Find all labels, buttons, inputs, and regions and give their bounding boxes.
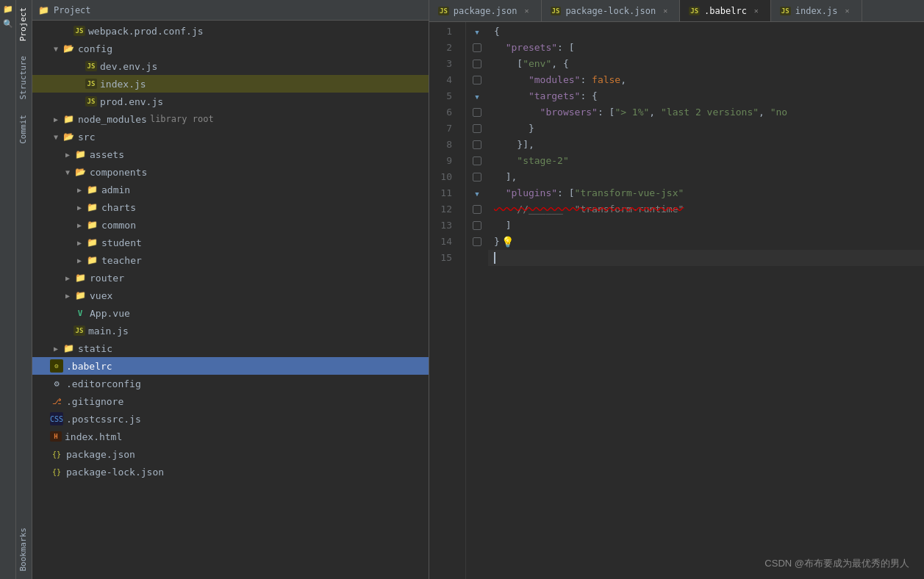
tree-item-vuex[interactable]: ▶📁vuex <box>32 287 429 304</box>
tree-item-components[interactable]: ▼📂components <box>32 163 429 181</box>
tab-bar: JS package.json ✕ JS package-lock.json ✕… <box>429 0 924 22</box>
line-number-15: 15 <box>429 250 458 266</box>
fold-open-icon[interactable] <box>475 28 479 36</box>
token: "transform-vue-jsx" <box>575 185 684 201</box>
gutter-12[interactable] <box>466 201 488 217</box>
tree-item-static[interactable]: ▶📁static <box>32 339 429 357</box>
code-line-6: "browsers": ["> 1%", "last 2 versions", … <box>488 104 924 121</box>
tree-item-node_modules[interactable]: ▶📁node_moduleslibrary root <box>32 110 429 128</box>
tree-item-editorconfig[interactable]: ⚙.editorconfig <box>32 375 429 392</box>
editor-area: JS package.json ✕ JS package-lock.json ✕… <box>429 0 924 579</box>
tree-label-node_modules: node_modules <box>78 114 147 125</box>
tree-label-components: components <box>90 167 147 178</box>
tree-item-postcssrc[interactable]: CSS.postcssrc.js <box>32 410 429 428</box>
tree-item-assets[interactable]: ▶📁assets <box>32 145 429 163</box>
tree-item-student[interactable]: ▶📁student <box>32 234 429 251</box>
sidebar-icon-search[interactable]: 🔍 <box>2 18 14 29</box>
tree-item-package-json[interactable]: {}package.json <box>32 445 429 463</box>
tab-icon-package-json: JS <box>438 7 449 15</box>
code-line-2: "presets": [ <box>488 40 924 56</box>
tree-item-main-js[interactable]: JSmain.js <box>32 322 429 339</box>
tree-item-index-html[interactable]: Hindex.html <box>32 428 429 445</box>
sidebar-label-bookmarks[interactable]: Bookmarks <box>16 520 32 579</box>
tree-label-app-vue: App.vue <box>90 308 130 319</box>
token: "no <box>770 104 787 121</box>
tree-item-gitignore[interactable]: ⎇.gitignore <box>32 392 429 410</box>
tree-arrow-router[interactable]: ▶ <box>62 274 74 282</box>
tab-close-index-js[interactable]: ✕ <box>842 6 853 16</box>
gutter-3[interactable] <box>466 56 488 72</box>
tab-close-package-lock-json[interactable]: ✕ <box>660 6 670 16</box>
token: : <box>580 88 592 104</box>
gutter-11[interactable] <box>466 185 488 201</box>
tree-item-index-js[interactable]: JSindex.js <box>32 75 429 93</box>
tree-arrow-vuex[interactable]: ▶ <box>62 292 74 300</box>
line-number-5: 5 <box>429 88 458 104</box>
gutter-1[interactable] <box>466 24 488 40</box>
sidebar-label-project[interactable]: Project <box>16 0 32 48</box>
tree-item-config[interactable]: ▼📂config <box>32 40 429 57</box>
tree-arrow-teacher[interactable]: ▶ <box>74 256 85 265</box>
gutter-13[interactable] <box>466 217 488 234</box>
gutter-5[interactable] <box>466 88 488 104</box>
gutter-2[interactable] <box>466 40 488 56</box>
tree-item-teacher[interactable]: ▶📁teacher <box>32 251 429 269</box>
fold-icon <box>473 237 481 246</box>
gutter-7[interactable] <box>466 121 488 137</box>
file-tree-panel: 📁 Project JSwebpack.prod.conf.js▼📂config… <box>32 0 429 579</box>
tree-item-prod-env[interactable]: JSprod.env.js <box>32 93 429 110</box>
tab-index-js[interactable]: JS index.js ✕ <box>771 0 862 21</box>
tree-item-dev-env[interactable]: JSdev.env.js <box>32 57 429 75</box>
line-number-9: 9 <box>429 153 458 169</box>
tree-item-webpack-prod[interactable]: JSwebpack.prod.conf.js <box>32 22 429 40</box>
activity-bar: 📁 🔍 <box>0 0 16 579</box>
fold-open-icon[interactable] <box>475 190 479 198</box>
code-content[interactable]: { "presets": [ ["env", { "modules": fals… <box>488 22 924 579</box>
tree-arrow-components[interactable]: ▼ <box>62 168 74 176</box>
tab-close-package-json[interactable]: ✕ <box>522 6 532 16</box>
header-label: Project <box>54 5 91 15</box>
sidebar-label-commit[interactable]: Commit <box>16 107 32 151</box>
tab-package-json[interactable]: JS package.json ✕ <box>429 0 542 21</box>
code-line-12: //______ "transform-runtime" <box>488 201 924 217</box>
gutter-9[interactable] <box>466 153 488 169</box>
tree-item-app-vue[interactable]: VApp.vue <box>32 304 429 322</box>
tree-arrow-assets[interactable]: ▶ <box>62 151 74 159</box>
tree-arrow-node_modules[interactable]: ▶ <box>50 115 62 123</box>
code-line-8: }], <box>488 137 924 153</box>
tree-item-charts[interactable]: ▶📁charts <box>32 198 429 216</box>
tree-item-admin[interactable]: ▶📁admin <box>32 181 429 198</box>
tree-item-babelrc[interactable]: ⚙.babelrc <box>32 357 429 375</box>
tab-icon-package-lock-json: JS <box>551 7 562 15</box>
tree-label-webpack-prod: webpack.prod.conf.js <box>88 26 204 37</box>
tree-item-common[interactable]: ▶📁common <box>32 216 429 234</box>
tree-item-src[interactable]: ▼📂src <box>32 128 429 145</box>
tab-package-lock-json[interactable]: JS package-lock.json ✕ <box>542 0 681 21</box>
tree-arrow-charts[interactable]: ▶ <box>74 204 85 212</box>
sidebar-icon-folder[interactable]: 📁 <box>2 3 14 15</box>
gutter-4[interactable] <box>466 72 488 88</box>
tab-icon-index-js: JS <box>780 7 791 15</box>
tree-item-router[interactable]: ▶📁router <box>32 269 429 287</box>
gutter-10[interactable] <box>466 169 488 185</box>
tree-arrow-common[interactable]: ▶ <box>74 221 85 229</box>
fold-open-icon[interactable] <box>475 93 479 101</box>
tree-label-vuex: vuex <box>90 290 112 301</box>
tree-arrow-admin[interactable]: ▶ <box>74 186 85 194</box>
code-line-13: ] <box>488 217 924 234</box>
tree-arrow-student[interactable]: ▶ <box>74 239 85 247</box>
sidebar-label-structure[interactable]: Structure <box>16 48 32 107</box>
tree-label-common: common <box>101 220 136 231</box>
tab-babelrc[interactable]: JS .babelrc ✕ <box>680 0 771 21</box>
lightbulb-icon[interactable]: 💡 <box>501 234 514 250</box>
tree-label-index-html: index.html <box>65 431 122 442</box>
tree-arrow-config[interactable]: ▼ <box>50 45 62 53</box>
line-number-4: 4 <box>429 72 458 88</box>
tree-arrow-static[interactable]: ▶ <box>50 345 62 353</box>
tree-item-package-lock[interactable]: {}package-lock.json <box>32 463 429 481</box>
gutter-14[interactable] <box>466 234 488 250</box>
tree-arrow-src[interactable]: ▼ <box>50 133 62 141</box>
tab-close-babelrc[interactable]: ✕ <box>751 6 762 16</box>
gutter-6[interactable] <box>466 104 488 121</box>
gutter-8[interactable] <box>466 137 488 153</box>
